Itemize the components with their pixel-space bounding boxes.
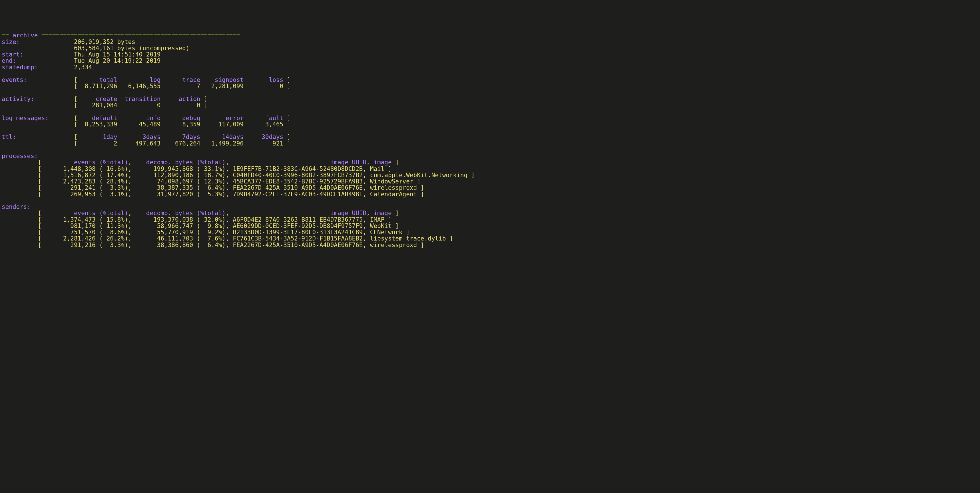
ttl-val-1: 497,643 xyxy=(124,140,161,147)
senders-row1-events: 981,170 xyxy=(45,222,95,229)
processes-row3-events: 291,241 xyxy=(45,184,95,191)
ttl-val-3: 1,499,296 xyxy=(208,140,243,147)
ttl-hdr-1: 3days xyxy=(124,133,161,140)
activity-val-0: 281,084 xyxy=(81,102,117,109)
activity-val-1: 0 xyxy=(124,102,161,109)
events-hdr-1: log xyxy=(124,76,161,83)
senders-row1-bytes: 58,966,747 xyxy=(139,222,193,229)
senders-row3-image: libsystem_trace.dylib xyxy=(370,235,446,242)
log-messages-val-1: 45,489 xyxy=(124,121,161,128)
events-label: events: xyxy=(2,76,74,83)
activity-hdr-2: action xyxy=(168,95,200,102)
events-hdr-4: loss xyxy=(251,76,283,83)
ttl-val-4: 921 xyxy=(251,140,283,147)
activity-hdr-0: create xyxy=(81,95,117,102)
senders-row3-bytes: 46,111,703 xyxy=(139,235,193,242)
start-value: Thu Aug 15 14:51:40 2019 xyxy=(74,51,161,58)
senders-row4-events: 291,216 xyxy=(45,242,95,249)
senders-row2-bytes: 55,770,919 xyxy=(139,229,193,236)
log-messages-val-0: 8,253,339 xyxy=(81,121,117,128)
size-uncompressed: 603,584,161 bytes (uncompressed) xyxy=(74,45,189,52)
processes-row3-image: wirelessproxd xyxy=(370,184,417,191)
ttl-hdr-4: 30days xyxy=(251,133,283,140)
events-val-4: 0 xyxy=(251,83,283,90)
size-label: size: xyxy=(2,38,74,45)
processes-row3-uuid: FEA2267D-425A-3510-A9D5-A4D0AE06F76E xyxy=(233,184,363,191)
processes-row1-image: com.apple.WebKit.Networking xyxy=(370,172,468,179)
senders-row2-image: CFNetwork xyxy=(370,229,402,236)
processes-row4-image: CalendarAgent xyxy=(370,191,417,198)
processes-row0-events: 1,448,308 xyxy=(45,165,95,172)
senders-row4-image: wirelessproxd xyxy=(370,242,417,249)
log-messages-hdr-2: debug xyxy=(168,115,200,122)
events-val-1: 6,146,555 xyxy=(124,83,161,90)
events-hdr-3: signpost xyxy=(208,76,243,83)
processes-row2-bytes: 74,098,697 xyxy=(139,178,193,185)
processes-row4-uuid: 7D9B4792-C2EE-37F9-AC03-49DCE1AB498F xyxy=(233,191,363,198)
activity-hdr-1: transition xyxy=(124,95,161,102)
ttl-hdr-0: 1day xyxy=(81,133,117,140)
activity-val-2: 0 xyxy=(168,102,200,109)
processes-row1-bytes: 112,890,186 xyxy=(139,172,193,179)
senders-row4-uuid: FEA2267D-425A-3510-A9D5-A4D0AE06F76E xyxy=(233,242,363,249)
events-val-0: 8,711,296 xyxy=(81,83,117,90)
section-title: archive xyxy=(13,32,38,39)
ttl-label: ttl: xyxy=(2,133,74,140)
log-messages-hdr-0: default xyxy=(81,115,117,122)
end-value: Tue Aug 20 14:19:22 2019 xyxy=(74,57,161,64)
processes-row1-uuid: C040FD40-40C0-3996-80B2-3897FCB737B2 xyxy=(233,172,363,179)
ttl-val-0: 2 xyxy=(81,140,117,147)
events-val-3: 2,281,099 xyxy=(208,83,243,90)
processes-row2-image: WindowServer xyxy=(370,178,414,185)
senders-row2-events: 751,570 xyxy=(45,229,95,236)
senders-row0-uuid: A6F8D4E2-87A0-3263-B811-EB4D7B367775 xyxy=(233,216,363,223)
log-messages-hdr-1: info xyxy=(124,115,161,122)
size-bytes: 206,019,352 bytes xyxy=(74,38,135,45)
end-label: end: xyxy=(2,57,74,64)
ttl-hdr-3: 14days xyxy=(208,133,243,140)
senders-row0-events: 1,374,473 xyxy=(45,216,95,223)
senders-row0-bytes: 193,370,038 xyxy=(139,216,193,223)
ttl-val-2: 676,264 xyxy=(168,140,200,147)
processes-row0-image: Mail xyxy=(370,165,385,172)
log-messages-val-4: 3,465 xyxy=(251,121,283,128)
senders-row3-events: 2,281,426 xyxy=(45,235,95,242)
senders-label: senders: xyxy=(2,203,30,210)
activity-label: activity: xyxy=(2,95,74,102)
senders-row1-uuid: AE6029DD-0CED-3FEF-92D5-DB8D4F9757F9 xyxy=(233,222,363,229)
senders-row2-uuid: B2133D0D-1399-3F17-80F0-313E3A241C89 xyxy=(233,229,363,236)
processes-row0-uuid: 1E9FEF7B-71B2-383C-A964-52480D8DCD2B xyxy=(233,165,363,172)
statedump-label: statedump: xyxy=(2,64,74,71)
senders-row4-bytes: 38,386,860 xyxy=(139,242,193,249)
log-messages-val-3: 117,009 xyxy=(208,121,243,128)
events-hdr-2: trace xyxy=(168,76,200,83)
processes-row0-bytes: 199,945,868 xyxy=(139,165,193,172)
processes-row2-uuid: 45BCA377-EDE8-3542-B7BC-925729BFA9B3 xyxy=(233,178,363,185)
events-hdr-0: total xyxy=(81,76,117,83)
processes-row3-bytes: 38,387,335 xyxy=(139,184,193,191)
processes-row1-events: 1,516,872 xyxy=(45,172,95,179)
senders-row1-image: WebKit xyxy=(370,222,392,229)
log-messages-val-2: 8,359 xyxy=(168,121,200,128)
start-label: start: xyxy=(2,51,74,58)
ttl-hdr-2: 7days xyxy=(168,133,200,140)
log-messages-hdr-4: fault xyxy=(251,115,283,122)
senders-row3-uuid: FC761C3B-5434-3A52-912D-F1B15FAA8EB2 xyxy=(233,235,363,242)
log-messages-label: log messages: xyxy=(2,115,74,122)
processes-row4-bytes: 31,977,820 xyxy=(139,191,193,198)
senders-row0-image: IMAP xyxy=(370,216,385,223)
statedump-value: 2,334 xyxy=(74,64,92,71)
terminal-output: == archive =============================… xyxy=(0,32,980,260)
processes-label: processes: xyxy=(2,153,38,160)
processes-row2-events: 2,473,283 xyxy=(45,178,95,185)
log-messages-hdr-3: error xyxy=(208,115,243,122)
events-val-2: 7 xyxy=(168,83,200,90)
processes-row4-events: 269,953 xyxy=(45,191,95,198)
